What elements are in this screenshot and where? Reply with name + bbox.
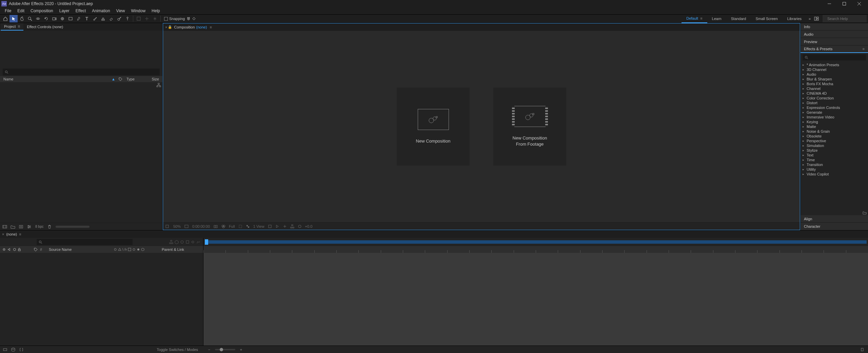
roi-icon[interactable] bbox=[238, 224, 242, 228]
comp-mini-flowchart-icon[interactable] bbox=[169, 240, 173, 244]
column-size[interactable]: Size bbox=[145, 77, 159, 81]
tree-item[interactable]: ▸* Animation Presets bbox=[801, 62, 868, 67]
timeline-search-box[interactable] bbox=[37, 239, 133, 245]
channel-icon[interactable] bbox=[221, 224, 225, 228]
column-sort-indicator[interactable]: ▲ bbox=[112, 77, 118, 81]
audio-column-icon[interactable] bbox=[7, 248, 12, 251]
shy-icon[interactable] bbox=[180, 240, 184, 244]
zoom-in-icon[interactable]: + bbox=[238, 347, 244, 352]
align-panel-header[interactable]: Align bbox=[801, 215, 868, 223]
flowchart-icon[interactable] bbox=[156, 83, 161, 88]
draft-3d-icon[interactable] bbox=[175, 240, 179, 244]
timeline-layer-list[interactable] bbox=[0, 253, 203, 346]
comp-flowchart-icon[interactable] bbox=[290, 224, 294, 228]
tree-item[interactable]: ▸Expression Controls bbox=[801, 105, 868, 110]
effects-presets-panel-header[interactable]: Effects & Presets ≡ bbox=[801, 45, 868, 53]
pen-tool[interactable] bbox=[75, 15, 83, 22]
menu-effect[interactable]: Effect bbox=[73, 8, 88, 14]
menu-composition[interactable]: Composition bbox=[28, 8, 56, 14]
column-name[interactable]: Name bbox=[3, 77, 112, 81]
tree-item[interactable]: ▸Immersive Video bbox=[801, 115, 868, 119]
tree-item[interactable]: ▸Distort bbox=[801, 100, 868, 105]
orbit-tool[interactable] bbox=[34, 15, 42, 22]
tree-item[interactable]: ▸Time bbox=[801, 157, 868, 162]
delete-icon[interactable] bbox=[46, 224, 53, 230]
pan-behind-tool[interactable] bbox=[58, 15, 66, 22]
timeline-icon[interactable] bbox=[283, 224, 287, 228]
tree-item[interactable]: ▸Stylize bbox=[801, 148, 868, 153]
preview-panel-header[interactable]: Preview bbox=[801, 38, 868, 45]
snapping-collapse-icon[interactable] bbox=[192, 17, 196, 21]
eraser-tool[interactable] bbox=[107, 15, 115, 22]
zoom-tool[interactable] bbox=[26, 15, 34, 22]
project-search-input[interactable] bbox=[10, 70, 158, 74]
snapping-toggle[interactable]: Snapping bbox=[162, 17, 198, 21]
menu-help[interactable]: Help bbox=[149, 8, 163, 14]
effects-search-box[interactable] bbox=[803, 54, 866, 60]
reset-workspace-icon[interactable] bbox=[813, 15, 820, 22]
color-depth-button[interactable]: 8 bpc bbox=[34, 225, 45, 228]
zoom-slider[interactable] bbox=[215, 349, 235, 350]
comp-tab-lock-icon[interactable]: 🔒 bbox=[168, 25, 172, 29]
text-tool[interactable]: T bbox=[83, 15, 91, 22]
tree-item[interactable]: ▸Matte bbox=[801, 124, 868, 129]
tree-item[interactable]: ▸Utility bbox=[801, 167, 868, 172]
footer-cache-icon[interactable] bbox=[10, 347, 16, 352]
workspace-small-screen[interactable]: Small Screen bbox=[751, 14, 782, 23]
new-composition-icon[interactable] bbox=[18, 224, 24, 230]
tree-item[interactable]: ▸Perspective bbox=[801, 138, 868, 143]
character-panel-header[interactable]: Character bbox=[801, 223, 868, 230]
composition-tab[interactable]: Composition (none) ≡ bbox=[174, 25, 212, 29]
parent-link-column[interactable]: Parent & Link bbox=[159, 247, 203, 252]
effects-presets-menu-icon[interactable]: ≡ bbox=[863, 47, 865, 51]
footer-render-icon[interactable] bbox=[2, 347, 8, 352]
menu-edit[interactable]: Edit bbox=[15, 8, 27, 14]
clone-stamp-tool[interactable] bbox=[99, 15, 107, 22]
timeline-tracks-area[interactable] bbox=[203, 253, 868, 346]
resolution-icon[interactable] bbox=[184, 224, 189, 228]
graph-editor-icon[interactable] bbox=[196, 240, 200, 244]
menu-animation[interactable]: Animation bbox=[89, 8, 113, 14]
hand-tool[interactable] bbox=[18, 15, 26, 22]
tree-item[interactable]: ▸Transition bbox=[801, 162, 868, 167]
puppet-pin-tool[interactable] bbox=[123, 15, 132, 22]
search-help-box[interactable] bbox=[823, 15, 867, 22]
column-label-icon[interactable] bbox=[118, 77, 126, 81]
project-search-box[interactable] bbox=[3, 69, 160, 75]
tree-item[interactable]: ▸Text bbox=[801, 153, 868, 157]
close-button[interactable] bbox=[852, 0, 867, 7]
tree-item[interactable]: ▸Channel bbox=[801, 86, 868, 91]
transparency-grid-icon[interactable] bbox=[246, 224, 250, 228]
footer-brackets-icon[interactable] bbox=[18, 347, 24, 352]
exposure-value[interactable]: +0.0 bbox=[305, 224, 313, 228]
tree-item[interactable]: ▸Blur & Sharpen bbox=[801, 77, 868, 81]
toggle-switches-modes-button[interactable]: Toggle Switches / Modes bbox=[157, 348, 201, 352]
minimize-button[interactable] bbox=[822, 0, 837, 7]
brush-tool[interactable] bbox=[91, 15, 99, 22]
timecode-display[interactable]: 0:00:00:00 bbox=[192, 224, 210, 228]
resolution-dropdown[interactable]: Full bbox=[229, 224, 235, 228]
effect-controls-tab[interactable]: Effect Controls (none) bbox=[23, 23, 66, 31]
source-name-column[interactable]: Source Name bbox=[46, 247, 112, 252]
timeline-tab-menu-icon[interactable]: ≡ bbox=[19, 232, 21, 236]
workspace-standard[interactable]: Standard bbox=[726, 14, 751, 23]
new-composition-from-footage-card[interactable]: New Composition From Footage bbox=[493, 88, 566, 166]
tree-item[interactable]: ▸3D Channel bbox=[801, 67, 868, 72]
tree-item[interactable]: ▸CINEMA 4D bbox=[801, 91, 868, 96]
playhead-icon[interactable] bbox=[205, 239, 208, 245]
menu-layer[interactable]: Layer bbox=[57, 8, 72, 14]
camera-tool[interactable] bbox=[50, 15, 58, 22]
workspace-learn[interactable]: Learn bbox=[707, 14, 726, 23]
pixel-aspect-icon[interactable] bbox=[268, 224, 272, 228]
column-type[interactable]: Type bbox=[126, 77, 145, 81]
project-settings-icon[interactable] bbox=[26, 224, 33, 230]
snapping-checkbox[interactable] bbox=[164, 17, 168, 21]
new-bin-icon[interactable] bbox=[863, 211, 867, 215]
zoom-out-icon[interactable]: − bbox=[206, 347, 212, 352]
menu-window[interactable]: Window bbox=[128, 8, 148, 14]
menu-file[interactable]: File bbox=[2, 8, 14, 14]
rectangle-tool[interactable] bbox=[66, 15, 75, 22]
timeline-navigator[interactable] bbox=[205, 240, 867, 244]
tree-item[interactable]: ▸Noise & Grain bbox=[801, 129, 868, 134]
composition-tab-menu-icon[interactable]: ≡ bbox=[210, 25, 212, 29]
